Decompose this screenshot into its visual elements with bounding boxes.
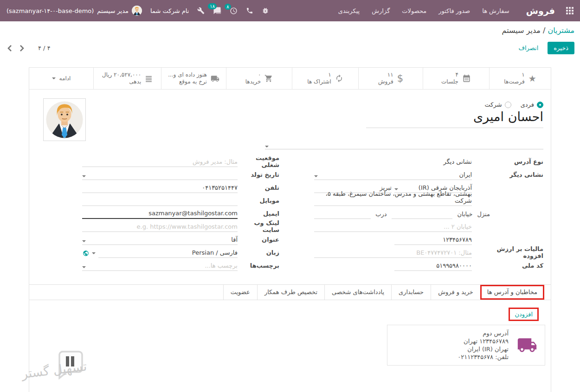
user-name: مدیر سیستم — [97, 7, 129, 14]
address-type-value[interactable]: نشانی دیگر — [314, 158, 472, 165]
zip-input[interactable]: ۱۲۳۴۵۶۷۸۹ — [394, 234, 472, 245]
menu-configuration[interactable]: پیکربندی — [338, 7, 360, 14]
vat-input[interactable]: مثال: BE۰۴۷۷۴۷۲۷۰۱ — [314, 247, 472, 258]
tab-partner-assignment[interactable]: تخصیص طرف همکار — [257, 285, 324, 300]
country-input[interactable]: ایران — [314, 169, 472, 180]
door-input[interactable] — [314, 208, 371, 219]
apps-grid-icon[interactable] — [566, 7, 574, 14]
title-input[interactable]: آقا — [82, 234, 238, 245]
other-address-label: نشانی دیگر — [472, 171, 543, 178]
tab-personal-notes[interactable]: یادداشت‌های شخصی — [324, 285, 391, 300]
radio-company[interactable]: شرکت — [485, 101, 511, 108]
pager-next-icon[interactable] — [19, 45, 24, 51]
stat-button-meetings[interactable]: ۴جلسات — [423, 68, 489, 89]
email-input[interactable]: sazmanyar@tashilgostar.com — [82, 208, 238, 219]
birthdate-label: تاریخ تولد — [238, 171, 279, 178]
caret-down-icon — [265, 146, 269, 148]
discard-button[interactable]: انصراف — [516, 44, 541, 52]
breadcrumb-current: مدیر سیستم — [502, 26, 541, 35]
birthdate-input[interactable] — [82, 169, 238, 180]
stat-button-due[interactable]: ۲۰,۵۲۷,۰۰۰ ریالبدهی — [93, 68, 161, 89]
control-panel: مشتریان / مدیر سیستم ذخیره انصراف ۴ / ۴ — [0, 21, 580, 67]
street-word-label: خیابان — [457, 211, 472, 219]
caret-down-icon — [92, 252, 96, 254]
parent-company-input[interactable] — [265, 139, 543, 149]
job-input[interactable]: مثال: مدیر فروش — [82, 156, 238, 167]
stat-button-more[interactable]: ادامه — [29, 68, 93, 89]
truck-icon — [211, 74, 219, 83]
caret-down-icon — [82, 240, 86, 242]
messages-badge: ۱۸ — [208, 3, 217, 9]
house-number-input[interactable] — [392, 208, 453, 219]
stat-button-sales[interactable]: $ ۱۱فروش — [358, 68, 423, 89]
caret-down-icon — [52, 77, 56, 79]
navbar-right: فروش سفارش ها صدور فاکتور محصولات گزارش … — [338, 6, 574, 16]
menu-products[interactable]: محصولات — [402, 7, 426, 14]
door-label: درب — [375, 211, 387, 219]
partner-name-input[interactable]: احسان امیری — [366, 109, 543, 128]
pager-previous-icon[interactable] — [7, 45, 12, 51]
tab-accounting[interactable]: حسابداری — [391, 285, 431, 300]
website-input[interactable]: e.g. https://www.tashilgostar.com — [82, 221, 238, 232]
tools-icon[interactable] — [197, 7, 205, 14]
caret-down-icon — [314, 175, 318, 177]
menu-reporting[interactable]: گزارش — [372, 7, 390, 14]
vat-label: مالیات بر ارزش افزوده — [472, 245, 543, 259]
title-label: عنوان — [238, 236, 279, 243]
national-code-label: کد ملی — [472, 262, 543, 269]
mobile-input[interactable] — [82, 195, 238, 206]
calendar-icon — [462, 74, 471, 83]
street-input[interactable]: بهشتی، تقاطع بهشتی و مدرس، ساختمان سیمرغ… — [314, 195, 472, 206]
national-code-input[interactable]: ۵۱۹۹۵۹۸۰۰۰۰ — [394, 260, 472, 271]
contacts-tab-content: افزودن آدرس دوم ۱۲۳۴۵۶۷۸۹ تهران تهران (I… — [29, 300, 551, 366]
stat-button-ontime-rate[interactable]: هنوز داده ای و...نرخ به موقع — [161, 68, 226, 89]
tashilgostar-watermark: تسهیل گستر — [24, 349, 84, 391]
breadcrumb-separator: / — [541, 26, 548, 35]
radio-individual-dot — [537, 102, 543, 108]
activities-badge: ۸ — [225, 4, 231, 10]
address-card[interactable]: آدرس دوم ۱۲۳۴۵۶۷۸۹ تهران تهران (IR) ایرا… — [387, 325, 545, 366]
company-switcher[interactable]: نام شرکت شما — [150, 7, 189, 14]
form-sheet: ★ ۱فرصت‌ها ۴جلسات $ ۱۱فروش ۱اشتراک ها ۰خ… — [29, 67, 551, 392]
app-name[interactable]: فروش — [526, 6, 555, 16]
breadcrumb: مشتریان / مدیر سیستم — [502, 26, 574, 35]
breadcrumb-parent[interactable]: مشتریان — [548, 26, 574, 35]
tags-input[interactable]: برچسب ها... — [82, 260, 238, 271]
bug-icon[interactable] — [262, 7, 269, 14]
tab-membership[interactable]: عضویت — [223, 285, 257, 300]
phone-input[interactable]: ۰۴۱۳۵۲۵۱۴۴۷ — [82, 182, 238, 193]
partner-avatar[interactable] — [43, 98, 86, 141]
radio-company-dot — [505, 102, 511, 108]
menu-invoicing[interactable]: صدور فاکتور — [438, 7, 470, 14]
street-details-row: منزل خیابان درب — [314, 208, 543, 219]
address-card-line1: ۱۲۳۴۵۶۷۸۹ تهران — [458, 338, 509, 345]
address-type-label: نوع آدرس — [472, 158, 543, 165]
main-menu: سفارش ها صدور فاکتور محصولات گزارش پیکرب… — [338, 7, 509, 14]
caret-down-icon — [82, 175, 86, 177]
tab-sales-purchase[interactable]: خرید و فروش — [431, 285, 480, 300]
email-label: ایمیل — [238, 210, 279, 217]
pager: ۴ / ۴ — [7, 45, 51, 51]
stat-button-opportunities[interactable]: ★ ۱فرصت‌ها — [489, 68, 551, 89]
activities-clock-icon[interactable]: ۸ — [230, 7, 238, 15]
street2-input[interactable]: خیابان ۲ ... — [314, 221, 472, 232]
save-button[interactable]: ذخیره — [548, 42, 574, 54]
stat-button-subscriptions[interactable]: ۱اشتراک ها — [292, 68, 358, 89]
messages-icon[interactable]: ۱۸ — [213, 6, 221, 15]
caret-down-icon — [82, 266, 86, 268]
stat-button-purchases[interactable]: ۰خریدها — [226, 68, 292, 89]
tab-contacts-addresses[interactable]: مخاطبان و آدرس ها — [480, 285, 544, 300]
website-label: لینک وب سایت — [238, 219, 279, 233]
add-address-button[interactable]: افزودن — [509, 308, 539, 321]
stat-button-bar: ★ ۱فرصت‌ها ۴جلسات $ ۱۱فروش ۱اشتراک ها ۰خ… — [29, 68, 551, 90]
user-menu[interactable]: مدیر سیستم (sazmanyar-۱۴-۰-base-demo) — [6, 6, 142, 16]
globe-icon[interactable] — [83, 250, 89, 257]
language-input[interactable]: Persian / فارسی — [98, 247, 238, 258]
radio-individual[interactable]: فردی — [521, 101, 543, 108]
user-db: (sazmanyar-۱۴-۰-base-demo) — [6, 7, 94, 14]
misc-column: موقعیت شغلی مثال: مدیر فروش تاریخ تولد ت… — [37, 155, 279, 272]
menu-orders[interactable]: سفارش ها — [482, 7, 509, 14]
phone-icon[interactable] — [246, 7, 253, 14]
list-icon — [145, 75, 153, 83]
company-type-selector: فردی شرکت — [485, 101, 543, 108]
